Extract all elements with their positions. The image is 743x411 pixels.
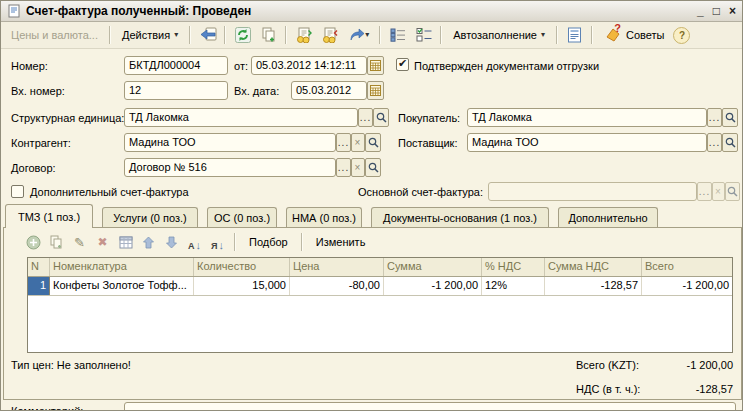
checklist-icon: [416, 27, 432, 43]
supplier-open-button[interactable]: [722, 133, 738, 152]
table-row[interactable]: 1 Конфеты Золотое Тофф... 15,000 -80,00 …: [28, 277, 732, 296]
table-empty-area[interactable]: [28, 296, 732, 352]
contract-field[interactable]: Договор № 516: [124, 158, 336, 177]
pick-button[interactable]: Подбор: [244, 236, 293, 248]
tab-os[interactable]: ОС (0 поз.): [207, 207, 277, 227]
incoming-date-calendar-button[interactable]: [367, 81, 384, 100]
counterparty-clear-button[interactable]: ×: [351, 133, 365, 152]
actions-button[interactable]: Действия▾: [116, 26, 184, 44]
col-nomenclature[interactable]: Номенклатура: [50, 258, 194, 276]
contract-clear-button[interactable]: ×: [351, 158, 365, 177]
structural-unit-open-button[interactable]: [373, 108, 389, 127]
number-label: Номер:: [11, 60, 48, 72]
edit-button[interactable]: Изменить: [311, 236, 371, 248]
minimize-button[interactable]: _: [697, 6, 704, 16]
date-field[interactable]: 05.03.2012 14:12:11: [251, 56, 367, 75]
additional-invoice-checkbox[interactable]: [11, 185, 24, 198]
col-price[interactable]: Цена: [290, 258, 384, 276]
grid-settings-button[interactable]: [117, 234, 134, 251]
buyer-open-button[interactable]: [722, 108, 738, 127]
comment-field[interactable]: [124, 402, 736, 411]
counterparty-select-button[interactable]: ...: [336, 133, 351, 152]
tab-tmz[interactable]: ТМЗ (1 поз.): [5, 204, 93, 228]
main-invoice-open-button[interactable]: [725, 182, 740, 201]
help-icon[interactable]: ?: [673, 27, 690, 44]
sort-descending-button[interactable]: Я↓: [209, 234, 226, 251]
tab-base-documents[interactable]: Документы-основания (1 поз.): [371, 207, 549, 227]
edit-row-button[interactable]: ✎: [71, 234, 88, 251]
refresh-button[interactable]: [231, 24, 254, 46]
date-calendar-button[interactable]: [367, 56, 384, 75]
post-document-icon: [295, 27, 312, 43]
tab-nma[interactable]: НМА (0 поз.): [286, 207, 362, 227]
cell-vat-sum[interactable]: -128,57: [545, 277, 642, 295]
create-based-on-button[interactable]: ▾: [344, 24, 374, 46]
col-sum[interactable]: Сумма: [384, 258, 482, 276]
checklist-settings-button[interactable]: [412, 24, 435, 46]
buyer-select-button[interactable]: ...: [707, 108, 722, 127]
confirmed-checkbox[interactable]: [396, 58, 409, 71]
comment-label: Комментарий:: [11, 405, 83, 411]
title-bar[interactable]: Счет-фактура полученный: Проведен _ □ ×: [1, 1, 742, 22]
col-quantity[interactable]: Количество: [194, 258, 290, 276]
sort-ascending-button[interactable]: А↓: [186, 234, 203, 251]
tab-services[interactable]: Услуги (0 поз.): [102, 207, 198, 227]
move-down-button[interactable]: [163, 234, 180, 251]
main-invoice-select-button[interactable]: ...: [697, 182, 712, 201]
main-invoice-label: Основной счет-фактура:: [358, 186, 483, 198]
supplier-field[interactable]: Мадина ТОО: [467, 133, 707, 152]
table-header-row: N Номенклатура Количество Цена Сумма % Н…: [28, 258, 732, 277]
col-vat-percent[interactable]: % НДС: [482, 258, 545, 276]
structural-unit-select-button[interactable]: ...: [358, 108, 373, 127]
main-invoice-field[interactable]: [488, 182, 697, 201]
calendar-icon: [370, 60, 381, 71]
col-vat-sum[interactable]: Сумма НДС: [545, 258, 642, 276]
magnifier-icon: [368, 137, 379, 148]
delete-row-button[interactable]: ✖: [94, 234, 111, 251]
autofill-button[interactable]: Автозаполнение▾: [447, 26, 551, 44]
copy-row-button[interactable]: [48, 234, 65, 251]
cell-total[interactable]: -1 200,00: [642, 277, 732, 295]
counterparty-open-button[interactable]: [365, 133, 381, 152]
cell-sum[interactable]: -1 200,00: [384, 277, 482, 295]
supplier-select-button[interactable]: ...: [707, 133, 722, 152]
advice-button[interactable]: ? Советы: [598, 21, 670, 49]
main-invoice-clear-button[interactable]: ×: [712, 182, 725, 201]
maximize-button[interactable]: □: [713, 6, 720, 16]
incoming-date-field[interactable]: 05.03.2012: [291, 81, 367, 100]
structural-unit-field[interactable]: ТД Лакомка: [124, 108, 358, 127]
move-up-button[interactable]: [140, 234, 157, 251]
number-field[interactable]: БКТДЛ000004: [124, 56, 228, 75]
contract-open-button[interactable]: [365, 158, 381, 177]
actions-label: Действия: [122, 29, 170, 41]
col-total[interactable]: Всего: [642, 258, 732, 276]
advice-icon: ?: [604, 24, 622, 46]
copy-button[interactable]: [257, 24, 280, 46]
cell-price[interactable]: -80,00: [290, 277, 384, 295]
structure-button[interactable]: [386, 24, 409, 46]
cell-vat-percent[interactable]: 12%: [482, 277, 545, 295]
cell-quantity[interactable]: 15,000: [194, 277, 290, 295]
prices-currency-button[interactable]: Цены и валюта...: [5, 26, 104, 44]
arrow-up-icon: [142, 236, 155, 249]
incoming-number-field[interactable]: 12: [124, 81, 228, 100]
buyer-field[interactable]: ТД Лакомка: [467, 108, 707, 127]
close-button[interactable]: ×: [729, 6, 736, 16]
report-button[interactable]: [563, 24, 586, 46]
items-table: N Номенклатура Количество Цена Сумма % Н…: [27, 257, 733, 353]
cell-n[interactable]: 1: [28, 277, 50, 295]
gridbar-separator: [301, 233, 303, 251]
copy-icon: [261, 27, 277, 43]
unpost-document-icon: [321, 27, 338, 43]
grid-icon: [119, 236, 133, 249]
toolbar-separator: [379, 26, 381, 44]
col-n[interactable]: N: [28, 258, 50, 276]
add-row-button[interactable]: [25, 234, 42, 251]
contract-select-button[interactable]: ...: [336, 158, 351, 177]
counterparty-field[interactable]: Мадина ТОО: [124, 133, 336, 152]
unpost-document-button[interactable]: [318, 24, 341, 46]
cell-nomenclature[interactable]: Конфеты Золотое Тофф...: [50, 277, 194, 295]
tab-additional[interactable]: Дополнительно: [558, 207, 658, 227]
post-and-close-button[interactable]: [196, 24, 219, 46]
post-document-button[interactable]: [292, 24, 315, 46]
